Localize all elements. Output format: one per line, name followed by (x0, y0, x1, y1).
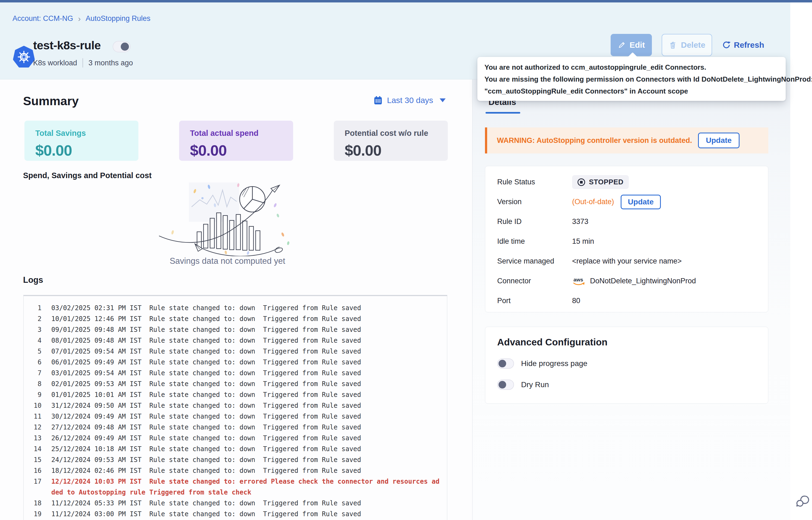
toggle-knob (498, 381, 506, 389)
log-entry: 5 07/01/2025 09:54 AM IST Rule state cha… (27, 346, 443, 357)
date-range-label: Last 30 days (387, 96, 433, 105)
connector-link[interactable]: aws DoNotDelete_LightwingNonProd (572, 276, 696, 286)
breadcrumb-autostopping-link[interactable]: AutoStopping Rules (86, 15, 151, 23)
log-line-number: 16 (27, 465, 42, 476)
rule-status-row: Rule Status STOPPED (497, 172, 768, 192)
detail-label: Connector (497, 277, 572, 285)
log-line-number: 7 (27, 368, 42, 379)
log-entry: 14 25/12/2024 10:18 AM IST Rule state ch… (27, 444, 443, 454)
dry-run-toggle[interactable] (497, 380, 514, 390)
hide-progress-row: Hide progress page (497, 358, 768, 369)
log-line-number: 1 (27, 303, 42, 313)
version-update-button[interactable]: Update (621, 194, 661, 209)
log-line-number: 10 (27, 400, 42, 411)
card-label: Potential cost w/o rule (345, 129, 448, 138)
rule-enable-toggle[interactable] (113, 41, 130, 52)
version-row: Version (Out-of-date) Update (497, 192, 768, 212)
log-line-text: 12/12/2024 10:03 PM IST Rule state chang… (51, 476, 443, 498)
empty-chart-message: Savings data not computed yet (0, 256, 455, 266)
log-entry: 9 01/01/2025 10:01 AM IST Rule state cha… (27, 389, 443, 400)
log-line-number: 2 (27, 313, 42, 324)
refresh-button[interactable]: Refresh (722, 41, 764, 50)
log-line-text: 10/01/2025 12:46 PM IST Rule state chang… (51, 313, 361, 324)
detail-label: Rule ID (497, 217, 572, 226)
dry-run-row: Dry Run (497, 380, 768, 390)
warning-message: WARNING: AutoStopping controller version… (497, 136, 692, 145)
summary-section: Summary Last 30 days Total Savings $0.00… (0, 79, 472, 520)
log-line-number: 6 (27, 357, 42, 368)
subtitle-divider (82, 58, 83, 68)
autostopping-rule-page: Account: CCM-NG › AutoStopping Rules tes… (0, 0, 812, 520)
log-line-text: 07/01/2025 09:54 AM IST Rule state chang… (51, 346, 361, 357)
log-entry: 3 09/01/2025 09:48 AM IST Rule state cha… (27, 324, 443, 335)
edit-button[interactable]: Edit (611, 34, 652, 56)
details-panel: Details WARNING: AutoStopping controller… (472, 79, 790, 520)
version-status: (Out-of-date) (572, 198, 614, 206)
page-title: test-k8s-rule (33, 39, 101, 52)
log-entry: 13 26/12/2024 09:49 AM IST Rule state ch… (27, 433, 443, 444)
logs-viewer[interactable]: 1 03/02/2025 02:31 PM IST Rule state cha… (23, 295, 447, 520)
rule-id-row: Rule ID 3373 (497, 212, 768, 232)
stopped-icon (577, 178, 585, 186)
delete-button[interactable]: Delete (662, 34, 712, 56)
tooltip-line-2: You are missing the following permission… (485, 73, 779, 85)
card-value: $0.00 (190, 141, 293, 159)
breadcrumb-account-link[interactable]: Account: CCM-NG (13, 15, 73, 23)
svg-text:aws: aws (573, 277, 583, 283)
rule-details-card: Rule Status STOPPED Version (Out-of-date… (485, 166, 768, 312)
log-line-text: 06/01/2025 09:49 AM IST Rule state chang… (51, 357, 361, 368)
hide-progress-toggle[interactable] (497, 358, 514, 369)
log-entry: 7 03/01/2025 09:54 AM IST Rule state cha… (27, 368, 443, 379)
log-line-number: 17 (27, 476, 42, 487)
detail-label: Service managed (497, 257, 572, 265)
log-line-text: 25/12/2024 10:18 AM IST Rule state chang… (51, 444, 361, 454)
card-value: $0.00 (345, 141, 448, 159)
log-line-number: 5 (27, 346, 42, 357)
detail-label: Version (497, 198, 572, 206)
calendar-icon (373, 96, 383, 105)
log-line-number: 18 (27, 498, 42, 509)
header-actions: Edit Delete Refresh (611, 34, 764, 56)
log-line-number: 8 (27, 379, 42, 389)
log-line-text: 18/12/2024 02:46 PM IST Rule state chang… (51, 465, 361, 476)
log-entry: 19 11/12/2024 03:00 PM IST Rule state ch… (27, 509, 443, 519)
log-line-text: 01/01/2025 10:01 AM IST Rule state chang… (51, 389, 361, 400)
detail-label: Rule Status (497, 178, 572, 186)
rule-id-value: 3373 (572, 217, 588, 226)
active-tab-indicator (486, 112, 520, 113)
log-entry: 17 12/12/2024 10:03 PM IST Rule state ch… (27, 476, 443, 498)
chevron-down-icon (440, 98, 446, 102)
toggle-label: Dry Run (521, 380, 549, 389)
date-range-selector[interactable]: Last 30 days (373, 96, 446, 105)
port-value: 80 (572, 296, 580, 305)
breadcrumb-separator: › (78, 15, 81, 22)
total-spend-card: Total actual spend $0.00 (179, 121, 293, 161)
pencil-icon (618, 41, 626, 49)
card-value: $0.00 (35, 141, 139, 159)
advanced-configuration-heading: Advanced Configuration (497, 337, 768, 347)
controller-warning-banner: WARNING: AutoStopping controller version… (485, 127, 768, 153)
trash-icon (668, 41, 677, 49)
log-line-number: 13 (27, 433, 42, 444)
refresh-icon (722, 41, 731, 50)
log-line-number: 4 (27, 335, 42, 346)
log-entry: 1 03/02/2025 02:31 PM IST Rule state cha… (27, 303, 443, 313)
log-line-text: 03/01/2025 09:54 AM IST Rule state chang… (51, 368, 361, 379)
log-line-number: 12 (27, 422, 42, 433)
service-managed-value: <replace with your service name> (572, 257, 682, 265)
log-entry: 8 02/01/2025 09:53 AM IST Rule state cha… (27, 379, 443, 389)
log-entry: 11 30/12/2024 09:49 AM IST Rule state ch… (27, 411, 443, 422)
port-row: Port 80 (497, 291, 768, 311)
log-entry: 2 10/01/2025 12:46 PM IST Rule state cha… (27, 313, 443, 324)
breadcrumb: Account: CCM-NG › AutoStopping Rules (13, 15, 150, 23)
status-badge: STOPPED (572, 175, 629, 189)
kubernetes-icon (13, 45, 35, 69)
connector-row: Connector aws DoNotDelete_LightwingNonPr… (497, 271, 768, 291)
help-chat-icon[interactable] (795, 494, 811, 510)
log-entry: 10 31/12/2024 09:50 AM IST Rule state ch… (27, 400, 443, 411)
log-line-text: 11/12/2024 05:33 PM IST Rule state chang… (51, 498, 361, 509)
log-line-number: 15 (27, 454, 42, 465)
controller-update-button[interactable]: Update (698, 133, 740, 148)
aws-icon: aws (572, 276, 586, 286)
log-line-text: 09/01/2025 09:48 AM IST Rule state chang… (51, 324, 361, 335)
